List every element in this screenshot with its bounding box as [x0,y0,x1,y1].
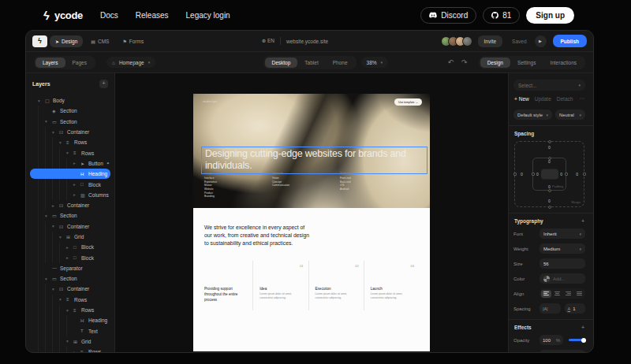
use-template-button[interactable]: Use template → [394,98,422,106]
mode-design-button[interactable]: ➤Design [50,35,83,47]
invite-button[interactable]: Invite [478,35,503,47]
publish-button[interactable]: Publish [553,35,587,47]
selected-heading[interactable]: Designing cutting-edge websites for bran… [201,147,428,174]
site-domain[interactable]: website.ycode.site [286,39,328,44]
update-class-button[interactable]: Update [535,96,551,102]
layer-item-columns[interactable]: ▸▥Columns [30,190,110,200]
device-phone[interactable]: Phone [326,58,355,68]
caret-down-icon[interactable]: ▾ [66,150,73,155]
padding-right-handle[interactable] [565,173,568,176]
layer-item-button[interactable]: ▸➤Button✦ [30,158,110,169]
signup-button[interactable]: Sign up [526,7,574,24]
letter-spacing-input[interactable]: |A| [540,303,561,314]
margin-right-handle[interactable] [583,173,586,176]
avatar[interactable] [462,36,472,46]
opacity-input[interactable]: 100% [540,335,563,345]
caret-right-icon[interactable]: ▸ [66,245,73,250]
layer-item-section[interactable]: ▾▭Section [30,273,110,284]
align-left-button[interactable] [541,290,551,298]
layer-item-block[interactable]: ▸□Block [30,242,110,252]
zoom-selector[interactable]: 38%▾ [361,57,389,68]
caret-right-icon[interactable]: ▸ [73,182,80,187]
layer-item-block[interactable]: ▸□Block [30,252,110,262]
caret-right-icon[interactable]: ▸ [73,161,80,165]
margin-left-handle[interactable] [513,173,517,176]
page-selector[interactable]: ⌂Homepage▾ [106,57,155,68]
language-switch[interactable]: ⊕ EN [262,38,274,44]
layer-item-container[interactable]: ▾⊡Container [30,127,110,137]
margin-bottom-handle[interactable] [548,206,551,209]
layer-item-container[interactable]: ▸⊡Container [30,200,110,210]
mode-forms-button[interactable]: ⚑Forms [117,35,149,47]
caret-down-icon[interactable]: ▾ [66,339,73,344]
color-picker[interactable]: Add... [540,273,585,284]
padding-left-handle[interactable] [532,173,535,176]
layer-item-section[interactable]: ◈Section [30,106,110,116]
size-input[interactable]: 56 [540,258,585,269]
nav-link-releases[interactable]: Releases [136,11,169,20]
font-dropdown[interactable]: Inherit▾ [540,228,585,239]
layer-item-section[interactable]: ▾▭Section [30,210,110,221]
layer-item-separator[interactable]: —Separator [30,263,110,273]
discord-button[interactable]: Discord [420,7,476,24]
more-options-button[interactable]: ⋯ [580,95,585,102]
tab-interactions[interactable]: Interactions [543,58,584,68]
tab-pages[interactable]: Pages [65,58,94,68]
caret-right-icon[interactable]: ▸ [52,203,59,208]
align-justify-button[interactable] [574,290,584,298]
caret-down-icon[interactable]: ▾ [52,130,59,135]
align-center-button[interactable] [552,290,562,298]
layer-item-grid[interactable]: ▾⊞Grid [30,336,110,347]
layer-item-container[interactable]: ▾⊡Container [30,284,110,294]
line-height-input[interactable]: A1 [565,303,586,314]
layer-item-rows[interactable]: ▾≡Rows [30,295,110,305]
add-effect-button[interactable]: + [581,325,584,330]
caret-down-icon[interactable]: ▾ [52,224,59,228]
margin-bottom-value[interactable]: 0 [548,199,551,203]
caret-right-icon[interactable]: ▸ [66,255,73,260]
tab-settings[interactable]: Settings [510,58,543,68]
shadow-picker[interactable]: Add... [540,350,585,352]
layer-item-rows[interactable]: ▸≡Rows [30,347,110,352]
margin-top-value[interactable]: 0 [548,145,551,150]
layer-item-body[interactable]: ▾▢Body [30,95,110,106]
undo-button[interactable]: ↶ [448,58,454,66]
layer-item-block[interactable]: ▸□Block [30,179,110,189]
weight-dropdown[interactable]: Medium▾ [540,243,585,254]
state-dropdown[interactable]: Neutral▾ [555,110,585,120]
layer-item-heading[interactable]: HHeading [30,315,110,325]
add-typography-button[interactable]: + [581,218,584,224]
nav-link-docs[interactable]: Docs [100,11,118,20]
caret-down-icon[interactable]: ▾ [59,140,66,145]
mode-cms-button[interactable]: ▤CMS [85,35,114,47]
class-select[interactable]: Select... ▾ [513,80,585,91]
caret-right-icon[interactable]: ▸ [73,350,80,352]
caret-down-icon[interactable]: ▾ [59,297,66,302]
caret-down-icon[interactable]: ▾ [66,308,73,313]
canvas[interactable]: studio.kyiv Use template → Designing cut… [115,73,508,352]
add-layer-button[interactable]: + [99,80,108,88]
ycode-brand[interactable]: ϟ ycode [43,9,83,22]
nav-link-legacy-login[interactable]: Legacy login [186,11,230,20]
site-content-section[interactable]: We strive for excellence in every aspect… [193,208,430,351]
caret-down-icon[interactable]: ▾ [45,214,52,218]
opacity-slider[interactable] [569,339,585,341]
align-right-button[interactable] [563,290,573,298]
layer-item-grid[interactable]: ▾⊞Grid [30,232,110,242]
layer-item-container[interactable]: ▾⊡Container [30,221,110,232]
caret-down-icon[interactable]: ▾ [45,119,52,124]
redo-button[interactable]: ↷ [461,58,468,66]
site-hero-section[interactable]: studio.kyiv Use template → Designing cut… [193,94,430,208]
style-dropdown[interactable]: Default style▾ [513,110,552,120]
github-button[interactable]: 81 [483,7,520,24]
tab-layers[interactable]: Layers [35,58,65,68]
device-desktop[interactable]: Desktop [265,58,298,68]
caret-down-icon[interactable]: ▾ [45,277,52,281]
preview-button[interactable]: ▶ [535,35,547,47]
margin-right-value[interactable]: 0 [576,172,578,176]
caret-right-icon[interactable]: ▸ [73,192,80,197]
layer-item-text[interactable]: TText [30,326,110,336]
padding-bottom-handle[interactable] [548,189,551,192]
editor-logo-button[interactable]: ϟ [32,35,47,47]
opacity-slider-knob[interactable] [581,338,586,343]
